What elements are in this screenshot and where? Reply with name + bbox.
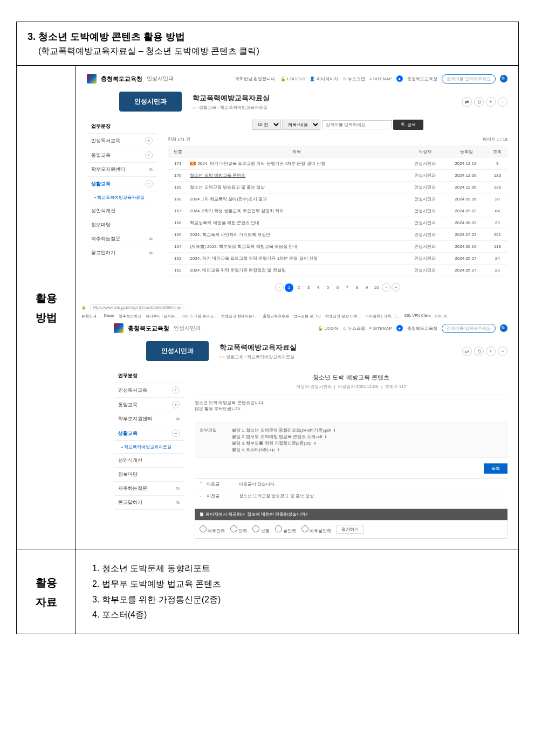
survey-submit-button[interactable]: 평가하기 — [337, 525, 363, 534]
home-icon[interactable]: ⌂ — [193, 105, 195, 110]
sidebar-item[interactable]: 인성독서교육+ — [87, 134, 157, 148]
page-link[interactable]: 7 — [343, 283, 352, 292]
mypage-link[interactable]: 👤 마이페이지 — [310, 76, 338, 82]
table-row[interactable]: 1632024. 단기 대안교육 프로그램 위탁 운영기관 1차분 운영 경비 … — [168, 253, 507, 265]
bookmark-item[interactable]: 선생님의 일상 티처... — [325, 314, 361, 319]
survey-option[interactable]: 보통 — [252, 525, 269, 534]
crumb-1[interactable]: 생활교육 — [199, 105, 216, 110]
share-icon[interactable]: ⇄ — [462, 346, 472, 356]
bookmark-item[interactable]: 스마일천 | 가족, 그... — [365, 314, 400, 319]
post-link[interactable]: 2024. 단기 대안교육 프로그램 위탁 운영기관 4차분 운영 경비 신청 — [197, 161, 325, 166]
dept-tab[interactable]: 인성시민과 — [119, 92, 182, 112]
sidebar-item[interactable]: 인성독서교육+ — [114, 383, 184, 398]
post-link[interactable]: 2024. 대안교육 위탁 운영기관 현장점검 및 컨설팅 — [190, 268, 285, 273]
list-button[interactable]: 목록 — [484, 463, 507, 474]
table-row[interactable]: 1652024. 학교폭력 사안처리 가이드북 개정안인성시민과2024.07.… — [168, 229, 507, 241]
sidebar-item[interactable]: 정보마당 — [114, 468, 184, 482]
bookmark-item[interactable]: 마이 아... — [435, 314, 451, 319]
crumb-2[interactable]: 학교폭력예방교육자료실 — [247, 355, 294, 359]
board-search-input[interactable] — [322, 120, 392, 129]
sitemap-link[interactable]: ≡ SITEMAP — [369, 77, 392, 81]
page-link[interactable]: 6 — [333, 283, 342, 292]
page-link[interactable]: › — [382, 283, 390, 292]
sidebar-item[interactable]: • 학교폭력예방교육자료실 — [87, 191, 157, 204]
table-row[interactable]: 166학교성폭력 예방을 위한 콘텐츠 안내인성시민과2024.08.03.23 — [168, 217, 507, 229]
post-link[interactable]: 2024. 학교폭력 사안처리 가이드북 개정안 — [190, 232, 270, 237]
sidebar-item[interactable]: 업무분장 — [87, 120, 157, 134]
sidebar-item[interactable]: 자주하는질문⧉ — [114, 482, 184, 496]
attachment-item[interactable]: 붙임 4. 포스터(4종).zip ⬇ — [232, 447, 503, 453]
bookmark-item[interactable]: 청주성신학교 — [119, 314, 141, 319]
sidebar-item[interactable]: 묻고답하기⧉ — [114, 496, 184, 510]
board-search-button[interactable]: 🔍 검색 — [393, 120, 423, 130]
zoom-out-icon[interactable]: − — [498, 346, 507, 356]
table-row[interactable]: 1672024. 2학기 학생 생활교육 주요업무 설명회 책자인성시민과202… — [168, 205, 507, 217]
table-row[interactable]: 1622024. 대안교육 위탁 운영기관 현장점검 및 컨설팅인성시민과202… — [168, 265, 507, 276]
print-icon[interactable]: ⎙ — [474, 346, 484, 356]
zoom-out-icon[interactable]: − — [498, 97, 507, 107]
zoom-in-icon[interactable]: + — [486, 97, 496, 107]
search-icon[interactable]: 🔍 — [500, 324, 507, 332]
sidebar-item[interactable]: 통일교육+ — [114, 398, 184, 412]
sidebar-item[interactable]: 통일교육+ — [87, 148, 157, 163]
dept-tab[interactable]: 인성시민과 — [146, 341, 209, 361]
post-link[interactable]: 학교성폭력 예방을 위한 콘텐츠 안내 — [190, 220, 259, 225]
crumb-2[interactable]: 학교폭력예방교육자료실 — [220, 105, 268, 110]
page-link[interactable]: 8 — [353, 283, 361, 292]
page-link[interactable]: ‹ — [275, 283, 284, 292]
page-link[interactable]: 3 — [304, 283, 313, 292]
bookmark-item[interactable]: 하나투어 | 꿈꾸는... — [146, 314, 179, 319]
sitemap-link[interactable]: ≡ SITEMAP — [369, 326, 392, 331]
search-field-select[interactable]: 제목+내용 — [282, 120, 320, 130]
newsclip-link[interactable]: ☆ 뉴스크랩 — [342, 76, 365, 82]
bookmark-item[interactable]: 뉴첨안내... — [81, 314, 100, 319]
post-link[interactable]: (제포함) 2023. 학부모용 학교폭력 예방교육 모음집 안내 — [190, 244, 297, 249]
url-field[interactable]: https://www.cbe.go.kr/dept-21/na/ntt/sel… — [90, 304, 184, 310]
newsclip-link[interactable]: ☆ 뉴스크랩 — [342, 325, 365, 331]
survey-option[interactable]: 매우만족 — [200, 525, 225, 534]
bookmark-item[interactable]: 아이스크림 원격교... — [182, 314, 217, 319]
page-link[interactable]: 10 — [372, 283, 381, 292]
sidebar-item[interactable]: 정보마당 — [87, 218, 157, 232]
search-icon[interactable]: 🔍 — [500, 75, 507, 82]
sidebar-item[interactable]: 업무분장 — [114, 369, 184, 383]
page-link[interactable]: 5 — [324, 283, 332, 292]
sidebar-item[interactable]: 자주하는질문⧉ — [87, 232, 157, 246]
sidebar-item[interactable]: 묻고답하기⧉ — [87, 246, 157, 260]
page-link[interactable]: 2 — [294, 283, 303, 292]
survey-option[interactable]: 매우불만족 — [301, 525, 331, 534]
page-link[interactable]: » — [392, 283, 400, 292]
page-link[interactable]: 1 — [285, 283, 293, 292]
home-icon[interactable]: ⌂ — [220, 355, 222, 359]
table-row[interactable]: 164(제포함) 2023. 학부모용 학교폭력 예방교육 모음집 안내인성시민… — [168, 241, 507, 253]
global-search[interactable]: 검색어를 입력해주세요 — [442, 324, 496, 333]
sidebar-item[interactable]: 성인식개선 — [87, 204, 157, 218]
table-row[interactable]: 170청소년 도박 예방교육 콘텐츠인성시민과2024.12.09.133 — [168, 170, 507, 182]
prev-post-row[interactable]: ⌄ 이전글 청소년 도박근절 방송광고 및 홍보 영상 — [195, 490, 507, 502]
page-link[interactable]: 4 — [314, 283, 323, 292]
share-icon[interactable]: ⇄ — [462, 97, 472, 107]
post-link[interactable]: 청소년 도박 예방교육 콘텐츠 — [190, 173, 245, 178]
sidebar-item[interactable]: 학부모지원센터⧉ — [87, 163, 157, 177]
table-row[interactable]: 171N2024. 단기 대안교육 프로그램 위탁 운영기관 4차분 운영 경비… — [168, 158, 507, 170]
sidebar-item[interactable]: 학부모지원센터⧉ — [114, 412, 184, 426]
survey-option[interactable]: 불만족 — [275, 525, 296, 534]
post-link[interactable]: 2024. 단기 대안교육 프로그램 위탁 운영기관 1차분 운영 경비 신청 — [190, 256, 317, 261]
bookmark-item[interactable]: 업무포털 로그인 — [293, 314, 321, 319]
attachment-item[interactable]: 붙임 3. 학부모를 위한 가정통신문(2종).zip ⬇ — [232, 440, 503, 447]
bookmark-item[interactable]: Daum — [104, 314, 114, 319]
post-link[interactable]: 2024. 2학기 학생 생활교육 주요업무 설명회 책자 — [190, 209, 284, 213]
bookmark-item[interactable]: 선생님과 함께하는 L... — [221, 314, 259, 319]
bookmark-item[interactable]: 충청교육연수원 — [263, 314, 289, 319]
survey-option[interactable]: 만족 — [230, 525, 247, 534]
crumb-1[interactable]: 생활교육 — [226, 355, 243, 359]
sidebar-item[interactable]: 생활교육− — [87, 177, 157, 191]
table-row[interactable]: 169청소년 도박근절 방송광고 및 홍보 영상인성시민과2024.12.06.… — [168, 182, 507, 193]
logout-link[interactable]: 🔓 LOGOUT — [280, 77, 305, 81]
bookmark-item[interactable]: SSL VPN Client — [404, 314, 431, 319]
post-link[interactable]: 청소년 도박근절 방송광고 및 홍보 영상 — [190, 185, 265, 190]
attachment-item[interactable]: 붙임 1. 청소년 도박문제 동향리포트(24-8번기준).pdf ⬇ — [232, 427, 503, 434]
print-icon[interactable]: ⎙ — [474, 97, 484, 107]
post-link[interactable]: 2024. 1차 학교폭력 실태(전수)조사 결과 — [190, 197, 267, 202]
page-link[interactable]: 9 — [362, 283, 371, 292]
